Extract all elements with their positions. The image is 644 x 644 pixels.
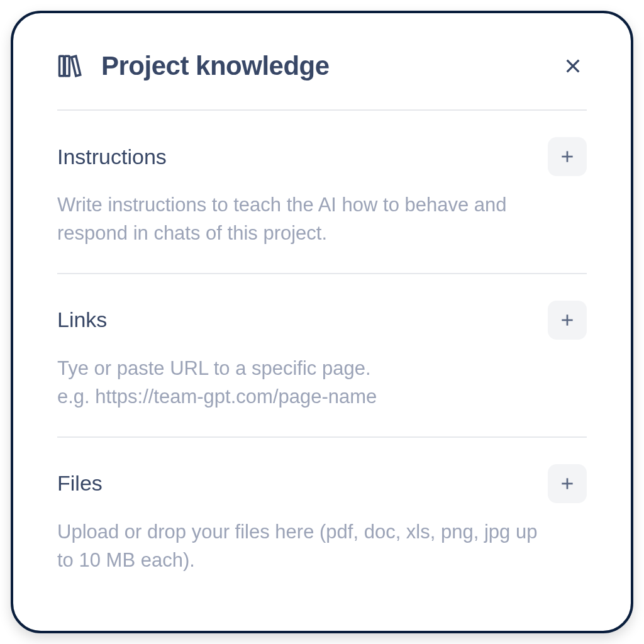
instructions-section: Instructions Write instructions to teach… bbox=[57, 111, 587, 274]
close-button[interactable] bbox=[559, 52, 587, 80]
modal-title: Project knowledge bbox=[101, 51, 330, 81]
instructions-title: Instructions bbox=[57, 145, 167, 169]
links-section: Links Tye or paste URL to a specific pag… bbox=[57, 274, 587, 438]
books-icon bbox=[57, 53, 84, 79]
add-links-button[interactable] bbox=[548, 301, 587, 340]
instructions-description: Write instructions to teach the AI how t… bbox=[57, 191, 541, 248]
section-header: Links bbox=[57, 301, 587, 340]
add-instructions-button[interactable] bbox=[548, 137, 587, 176]
modal-header: Project knowledge bbox=[57, 51, 587, 111]
section-header: Instructions bbox=[57, 137, 587, 176]
files-description: Upload or drop your files here (pdf, doc… bbox=[57, 518, 541, 575]
header-left: Project knowledge bbox=[57, 51, 330, 81]
links-title: Links bbox=[57, 308, 107, 332]
links-description: Tye or paste URL to a specific page. e.g… bbox=[57, 355, 541, 411]
section-header: Files bbox=[57, 464, 587, 503]
files-section: Files Upload or drop your files here (pd… bbox=[57, 438, 587, 575]
files-title: Files bbox=[57, 471, 103, 496]
project-knowledge-modal: Project knowledge Instructions Write ins… bbox=[11, 11, 633, 633]
svg-rect-1 bbox=[65, 56, 69, 76]
svg-rect-0 bbox=[60, 56, 64, 76]
add-files-button[interactable] bbox=[548, 464, 587, 503]
